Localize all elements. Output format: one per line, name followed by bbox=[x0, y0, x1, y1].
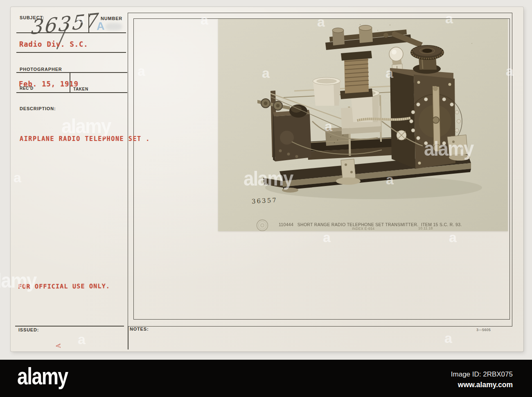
induction-coil bbox=[340, 51, 373, 99]
notes-left-border-extension bbox=[128, 327, 128, 349]
alamy-logo: alamy bbox=[17, 362, 68, 390]
photo-index-note: INDEX E-654 bbox=[352, 227, 374, 231]
image-id-text: Image ID: 2RBX075 bbox=[451, 370, 513, 379]
photo-date-note: 10.11.18 bbox=[418, 226, 433, 230]
notes-label: NOTES: bbox=[130, 327, 149, 331]
photo-handwritten-number: 36357 bbox=[252, 196, 278, 205]
form-print-code: 3—5605 bbox=[476, 328, 491, 332]
official-use-text: FOR OFFICIAL USE ONLY. bbox=[18, 282, 110, 290]
description-label: DESCRIPTION: bbox=[20, 106, 56, 111]
ink-smudge bbox=[106, 23, 122, 30]
description-text: AIRPLANE RADIO TELEPHONE SET . bbox=[20, 135, 150, 143]
footer-info: Image ID: 2RBX075 www.alamy.com bbox=[451, 370, 513, 389]
alamy-footer-bar: alamy Image ID: 2RBX075 www.alamy.com bbox=[0, 360, 532, 397]
division-text: Radio Div. S.C. bbox=[19, 40, 88, 48]
attached-photograph: 36357 110444 SHORT RANGE RADIO TELEPHONE… bbox=[218, 19, 508, 231]
date-received-text: Feb. 15, 1919 bbox=[19, 80, 79, 88]
photographer-underline bbox=[16, 72, 127, 73]
issued-label: ISSUED: bbox=[18, 327, 39, 332]
alamy-website-text: www.alamy.com bbox=[451, 381, 513, 389]
blue-letter-stamp: A bbox=[96, 20, 105, 33]
issued-topline bbox=[15, 326, 124, 327]
recd-underline bbox=[16, 92, 127, 93]
red-corner-stamp: A bbox=[54, 343, 62, 348]
scanned-archive-photo-page: SUBJECT: NUMBER PHOTOGRAPHER REC'D TAKEN… bbox=[0, 0, 532, 397]
photographer-label: PHOTOGRAPHER bbox=[20, 67, 62, 72]
division-underline bbox=[16, 52, 126, 53]
